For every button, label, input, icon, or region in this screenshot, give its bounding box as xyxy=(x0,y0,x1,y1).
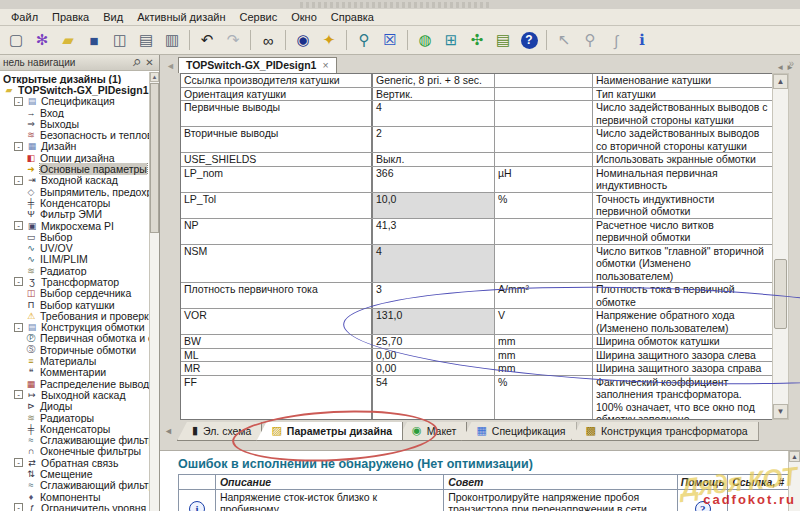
tree-item[interactable]: ⇅Смещение xyxy=(0,468,149,479)
param-value[interactable]: 0,00 xyxy=(371,349,494,362)
tree-item[interactable]: ⓅПервичная обмотка и обмо xyxy=(0,333,149,344)
menu-item-5[interactable]: Сервис xyxy=(233,10,285,24)
tree-expander-icon[interactable]: - xyxy=(14,142,23,151)
param-value[interactable]: 0,00 xyxy=(371,362,494,375)
tree-item[interactable]: ⚠Требования и проверки xyxy=(0,310,149,321)
tree-item[interactable]: ≡Материалы xyxy=(0,355,149,366)
tab-scroll-left-icon[interactable]: ◄ xyxy=(166,61,175,71)
chevron-right-icon[interactable]: ► xyxy=(786,63,796,72)
view-tab-5[interactable]: ▩Конструкция трансформатора xyxy=(571,422,759,441)
tree-item[interactable]: -▤Конструкция обмотки xyxy=(0,322,149,333)
tree-expander-icon[interactable]: - xyxy=(14,503,23,511)
tree-item[interactable]: ≈Сглаживающий фильтр xyxy=(0,480,149,491)
tree-item[interactable]: ∩Оконечные фильтры xyxy=(0,446,149,457)
scroll-up-icon[interactable]: ▲ xyxy=(789,451,800,462)
tree-scroll-thumb[interactable] xyxy=(150,83,159,233)
tree-expander-icon[interactable]: - xyxy=(14,323,23,332)
view-tab-3[interactable]: ◉Макет xyxy=(397,422,467,441)
menu-item-2[interactable]: Правка xyxy=(45,10,96,24)
param-value[interactable]: 131,0 xyxy=(371,309,494,334)
param-value[interactable]: 10,0 xyxy=(371,193,494,218)
tree-scrollbar[interactable]: ▲ xyxy=(149,72,159,511)
scroll-down-icon[interactable]: ▼ xyxy=(773,404,788,419)
param-value[interactable]: 3 xyxy=(371,283,494,308)
scroll-up-icon[interactable]: ▲ xyxy=(150,72,159,82)
view-tabs-scroll-right[interactable]: ◄► xyxy=(776,63,796,72)
order-samples-icon[interactable]: ⊞ xyxy=(439,29,463,51)
view-tab-2[interactable]: ▨Параметры дизайна xyxy=(256,422,403,441)
tree-item[interactable]: ◧Опции дизайна xyxy=(0,152,149,163)
tree-expander-icon[interactable]: - xyxy=(14,221,23,230)
tree-expander-icon[interactable]: - xyxy=(14,390,23,399)
help-bubble-icon[interactable]: ? xyxy=(695,501,711,511)
new-design-icon[interactable]: ▢ xyxy=(4,29,28,51)
tree-expander-icon[interactable]: - xyxy=(14,97,23,106)
param-value[interactable]: Вертик. xyxy=(371,88,494,101)
tree-item[interactable]: ∿ILIM/PLIM xyxy=(0,254,149,265)
document-tab-close-icon[interactable]: × xyxy=(322,59,328,71)
tree-item[interactable]: →Вход xyxy=(0,107,149,118)
tree-item[interactable]: ⇒Выходы xyxy=(0,118,149,129)
tree-item[interactable]: -↦Выходной каскад xyxy=(0,389,149,400)
tree-item[interactable]: ∿UV/OV xyxy=(0,242,149,253)
tree-item[interactable]: ≋Радиаторы xyxy=(0,412,149,423)
param-value[interactable]: Generic, 8 pri. + 8 sec. xyxy=(371,74,494,87)
tree-item[interactable]: ╪Конденсаторы xyxy=(0,423,149,434)
tree-expander-icon[interactable]: - xyxy=(14,176,23,185)
tree-item[interactable]: ◫Выбор сердечника xyxy=(0,288,149,299)
auto-optimize-icon[interactable]: ✦ xyxy=(317,29,341,51)
param-value[interactable]: 366 xyxy=(371,167,494,192)
tree-item[interactable]: ╪Конденсаторы xyxy=(0,197,149,208)
tree-item[interactable]: ▭Выбор xyxy=(0,231,149,242)
chevron-left-icon[interactable]: ◄ xyxy=(776,63,786,72)
menu-item-4[interactable]: Активный дизайн xyxy=(130,10,232,24)
tree-item[interactable]: Открытые дизайны (1) xyxy=(0,73,149,84)
tree-item[interactable]: ⓈВторичные обмотки xyxy=(0,344,149,355)
find-icon[interactable]: ∞ xyxy=(256,29,280,51)
print-preview-icon[interactable]: ◫ xyxy=(108,29,132,51)
menu-item-1[interactable]: Файл xyxy=(4,10,45,24)
tree-item[interactable]: -▦Дизайн xyxy=(0,141,149,152)
param-value[interactable]: Выкл. xyxy=(371,153,494,166)
tree-item[interactable]: -ƷТрансформатор xyxy=(0,276,149,287)
tree-item[interactable]: ΨФильтр ЭМИ xyxy=(0,209,149,220)
tree-item[interactable]: -⇄Обратная связь xyxy=(0,457,149,468)
tree-item[interactable]: ❝Комментарии xyxy=(0,367,149,378)
scroll-up-icon[interactable]: ▲ xyxy=(773,74,788,89)
tree-item[interactable]: ΠВыбор катушки xyxy=(0,299,149,310)
document-tab[interactable]: TOPSwitch-GX_PIDesign1 × xyxy=(178,57,337,73)
menu-item-6[interactable]: Окно xyxy=(284,10,324,24)
info-tool-icon[interactable]: ℹ xyxy=(630,29,654,51)
print-icon[interactable]: ▤ xyxy=(134,29,158,51)
menu-item-3[interactable]: Вид xyxy=(96,10,130,24)
export-excel-icon[interactable]: ☒ xyxy=(378,29,402,51)
tree-item[interactable]: ▦Распределение выводов xyxy=(0,378,149,389)
print-copies-icon[interactable]: ▥ xyxy=(160,29,184,51)
close-icon[interactable]: ✕ xyxy=(143,57,156,68)
tree-item[interactable]: -ƒОграничитель уровня xyxy=(0,502,149,511)
design-wizard-icon[interactable]: ✻ xyxy=(30,29,54,51)
table-scroll-thumb[interactable] xyxy=(774,259,787,329)
menu-item-7[interactable]: Справка xyxy=(324,10,381,24)
issue-link[interactable] xyxy=(727,490,789,511)
tree-item[interactable]: ≋Безопасность и тепловые х xyxy=(0,129,149,140)
param-value[interactable]: 25,70 xyxy=(371,335,494,348)
table-scrollbar[interactable]: ▲ ▼ xyxy=(772,73,789,420)
tree-item[interactable]: ♦Компоненты xyxy=(0,491,149,502)
optimize-target-icon[interactable]: ◉ xyxy=(291,29,315,51)
tree-expander-icon[interactable]: - xyxy=(14,458,23,467)
undo-icon[interactable]: ↶ xyxy=(195,29,219,51)
param-value[interactable]: 41,3 xyxy=(371,219,494,244)
bom-export-icon[interactable]: ▤ xyxy=(491,29,515,51)
tree-item[interactable]: ≋Радиатор xyxy=(0,265,149,276)
help-icon[interactable]: ? xyxy=(521,32,538,49)
tree-item[interactable]: ➜Основные параметры xyxy=(0,163,149,174)
tree-expander-icon[interactable]: - xyxy=(14,277,23,286)
save-design-icon[interactable]: ■ xyxy=(82,29,106,51)
tree-item[interactable]: ◇Выпрямитель, предохранит xyxy=(0,186,149,197)
tree-item[interactable]: -⇥Входной каскад xyxy=(0,175,149,186)
view-tab-1[interactable]: ▮Эл. схема xyxy=(177,422,263,441)
pin-icon[interactable]: ⚲ xyxy=(130,57,143,68)
tree-item[interactable]: ▰TOPSwitch-GX_PIDesign1 xyxy=(0,84,149,95)
param-value[interactable]: 4 xyxy=(371,245,494,283)
